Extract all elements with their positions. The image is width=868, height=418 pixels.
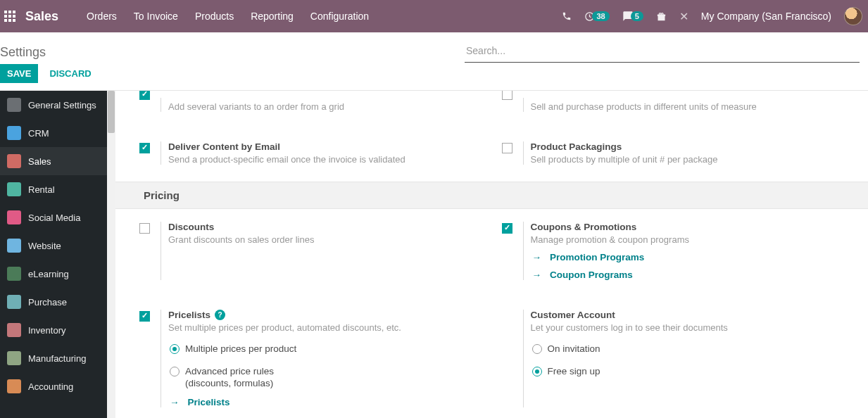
save-button[interactable]: SAVE	[0, 64, 38, 83]
radio-icon	[170, 367, 180, 376]
setting-radio-option[interactable]: Free sign up	[531, 365, 848, 378]
menu-to-invoice[interactable]: To Invoice	[134, 11, 178, 22]
settings-form: Add several variants to an order from a …	[115, 91, 868, 418]
sidebar-item-label: Accounting	[28, 381, 73, 392]
sidebar-app-icon	[7, 379, 21, 393]
setting-title: Customer Account	[531, 310, 615, 320]
sidebar-item-label: Inventory	[28, 325, 65, 336]
sidebar-item-social-media[interactable]: Social Media	[0, 203, 107, 232]
setting-description: Grant discounts on sales order lines	[168, 234, 485, 245]
sidebar-item-label: CRM	[28, 128, 49, 139]
svg-rect-3	[4, 15, 7, 18]
svg-rect-5	[13, 15, 15, 18]
setting-checkbox[interactable]	[502, 143, 512, 153]
setting-description: Let your customers log in to see their d…	[531, 322, 848, 333]
sidebar-item-label: Rental	[28, 184, 55, 195]
sidebar-item-elearning[interactable]: eLearning	[0, 260, 107, 288]
setting-checkbox[interactable]	[139, 311, 150, 322]
setting-description: Sell and purchase products in different …	[531, 101, 848, 112]
arrow-icon: →	[532, 252, 542, 262]
sidebar-app-icon	[7, 323, 21, 337]
sidebar-item-inventory[interactable]: Inventory	[0, 316, 107, 344]
setting-description: Sell products by multiple of unit # per …	[531, 154, 848, 165]
sidebar-item-label: General Settings	[28, 100, 96, 110]
menu-reporting[interactable]: Reporting	[251, 11, 294, 22]
messages-icon[interactable]: 5	[622, 11, 643, 22]
sidebar-app-icon	[7, 295, 21, 309]
sidebar-item-website[interactable]: Website	[0, 232, 107, 260]
setting-checkbox[interactable]	[139, 143, 150, 153]
svg-rect-4	[8, 15, 11, 18]
sidebar-app-icon	[7, 154, 21, 168]
radio-label: Free sign up	[548, 365, 600, 378]
company-switcher[interactable]: My Company (San Francisco)	[701, 11, 831, 22]
menu-configuration[interactable]: Configuration	[310, 11, 369, 22]
setting-description: Manage promotion & coupon programs	[531, 234, 848, 245]
setting-title: Product Packagings	[531, 141, 622, 152]
setting-title: Deliver Content by Email	[168, 141, 280, 152]
sidebar-item-purchase[interactable]: Purchase	[0, 288, 107, 316]
gift-icon[interactable]	[656, 11, 667, 22]
setting-description: Send a product-specific email once the i…	[168, 154, 485, 165]
setting-checkbox[interactable]	[139, 91, 150, 100]
phone-icon[interactable]	[562, 11, 572, 21]
radio-label: Multiple prices per product	[185, 343, 296, 355]
sidebar-item-rental[interactable]: Rental	[0, 175, 107, 203]
sidebar-app-icon	[7, 210, 21, 224]
setting-title: Coupons & Promotions	[531, 222, 637, 232]
activities-badge: 38	[592, 11, 609, 21]
sidebar-app-icon	[7, 98, 21, 112]
sidebar-scrollbar[interactable]	[107, 91, 115, 418]
section-header: Pricing	[115, 182, 868, 209]
setting-link[interactable]: Promotion Programs	[550, 252, 644, 262]
discard-button[interactable]: DISCARD	[49, 68, 91, 79]
control-panel: Settings SAVE DISCARD	[0, 32, 868, 91]
setting-radio-option[interactable]: On invitation	[531, 343, 848, 355]
radio-label: On invitation	[548, 343, 600, 355]
menu-products[interactable]: Products	[195, 11, 234, 22]
setting-radio-option[interactable]: Advanced price rules(discounts, formulas…	[168, 365, 485, 390]
sidebar-app-icon	[7, 267, 21, 281]
settings-search-input[interactable]	[465, 41, 860, 63]
messages-badge: 5	[631, 11, 643, 21]
sidebar-item-label: Social Media	[28, 213, 80, 223]
sidebar-item-crm[interactable]: CRM	[0, 119, 107, 147]
radio-label: Advanced price rules(discounts, formulas…	[185, 365, 274, 390]
setting-link[interactable]: Coupon Programs	[550, 270, 633, 280]
arrow-icon: →	[532, 270, 542, 280]
setting-title: Discounts	[168, 222, 214, 232]
sidebar-item-label: Purchase	[28, 297, 67, 308]
sidebar-item-label: eLearning	[28, 269, 69, 279]
sidebar-item-general-settings[interactable]: General Settings	[0, 91, 107, 119]
activities-icon[interactable]: 38	[584, 11, 609, 22]
user-avatar[interactable]	[844, 7, 862, 25]
sidebar-item-accounting[interactable]: Accounting	[0, 372, 107, 400]
sidebar-item-sales[interactable]: Sales	[0, 147, 107, 175]
svg-rect-7	[8, 19, 11, 22]
sidebar-app-icon	[7, 182, 21, 196]
setting-checkbox[interactable]	[139, 223, 150, 234]
close-tray-icon[interactable]: ✕	[679, 10, 688, 23]
sidebar-item-label: Website	[28, 241, 61, 251]
setting-description: Add several variants to an order from a …	[168, 101, 485, 112]
setting-radio-option[interactable]: Multiple prices per product	[168, 343, 485, 355]
setting-link[interactable]: Pricelists	[188, 397, 230, 407]
info-icon[interactable]: ?	[215, 310, 225, 320]
settings-sidebar: General SettingsCRMSalesRentalSocial Med…	[0, 91, 107, 418]
apps-icon[interactable]	[0, 11, 20, 22]
app-brand[interactable]: Sales	[25, 9, 58, 24]
radio-icon	[532, 344, 542, 354]
svg-rect-2	[13, 11, 15, 13]
sidebar-item-manufacturing[interactable]: Manufacturing	[0, 344, 107, 372]
breadcrumb-title: Settings	[0, 45, 46, 60]
svg-rect-8	[13, 19, 15, 22]
setting-checkbox[interactable]	[502, 91, 512, 100]
arrow-icon: →	[170, 397, 180, 407]
setting-title: Pricelists	[168, 310, 210, 320]
sidebar-app-icon	[7, 239, 21, 253]
radio-icon	[170, 344, 180, 354]
svg-rect-6	[4, 19, 7, 22]
setting-checkbox[interactable]	[502, 223, 512, 234]
menu-orders[interactable]: Orders	[87, 11, 117, 22]
sidebar-app-icon	[7, 126, 21, 140]
